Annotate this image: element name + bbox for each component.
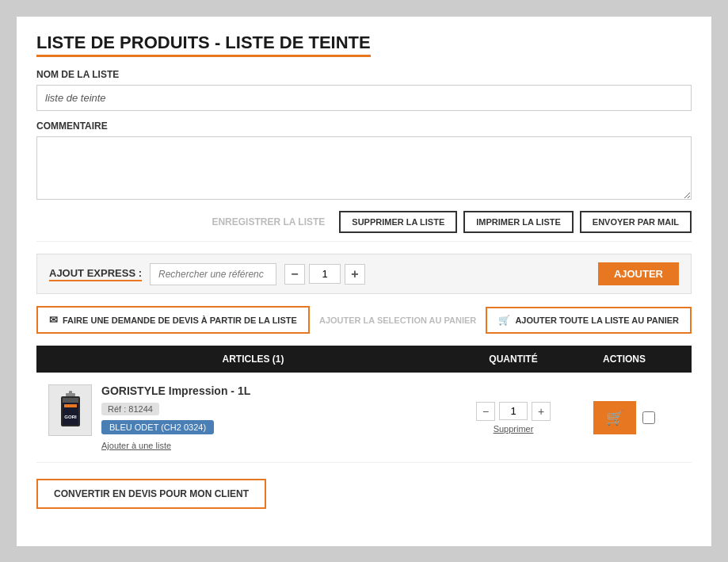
- cart-icon: 🛒: [498, 315, 510, 326]
- supprimer-liste-button[interactable]: SUPPRIMER LA LISTE: [339, 211, 457, 233]
- selection-panier-label: AJOUTER LA SELECTION AU PANIER: [319, 315, 476, 325]
- product-image: GORI: [48, 384, 92, 436]
- ref-search-input[interactable]: [150, 263, 276, 285]
- svg-rect-6: [69, 391, 72, 394]
- middle-actions-row: ✉ FAIRE UNE DEMANDE DE DEVIS À PARTIR DE…: [36, 306, 692, 334]
- page-title: LISTE DE PRODUITS - LISTE DE TEINTE: [36, 32, 371, 57]
- col-articles-header: ARTICLES (1): [48, 354, 458, 365]
- devis-button[interactable]: ✉ FAIRE UNE DEMANDE DE DEVIS À PARTIR DE…: [36, 306, 310, 334]
- qty-minus-button[interactable]: −: [284, 264, 305, 285]
- action-row: ENREGISTRER LA LISTE SUPPRIMER LA LISTE …: [36, 211, 692, 242]
- qty-control: − +: [284, 264, 365, 285]
- product-qty-input[interactable]: [499, 402, 528, 420]
- qty-plus-button[interactable]: +: [345, 264, 365, 285]
- imprimer-liste-button[interactable]: IMPRIMER LA LISTE: [463, 211, 574, 233]
- bottom-row: CONVERTIR EN DEVIS POUR MON CLIENT: [36, 479, 692, 509]
- product-qty-plus[interactable]: +: [532, 402, 551, 421]
- supprimer-link[interactable]: Supprimer: [494, 424, 534, 434]
- product-qty-col: − + Supprimer: [458, 402, 569, 434]
- col-actions-header: ACTIONS: [569, 354, 680, 365]
- add-to-list-link[interactable]: Ajouter à une liste: [101, 441, 458, 450]
- comment-textarea[interactable]: [36, 136, 692, 200]
- comment-label: COMMENTAIRE: [36, 120, 692, 132]
- convertir-devis-button[interactable]: CONVERTIR EN DEVIS POUR MON CLIENT: [36, 479, 266, 509]
- product-qty-row: − +: [476, 402, 551, 421]
- envoyer-mail-button[interactable]: ENVOYER PAR MAIL: [580, 211, 692, 233]
- product-checkbox[interactable]: [642, 411, 655, 424]
- product-name: GORISTYLE Impression - 1L: [101, 384, 458, 397]
- product-actions-col: 🛒: [569, 401, 680, 434]
- table-row: GORI GORISTYLE Impression - 1L Réf : 812…: [36, 373, 692, 463]
- product-details: GORISTYLE Impression - 1L Réf : 81244 BL…: [101, 384, 458, 450]
- list-name-label: NOM DE LA LISTE: [36, 69, 692, 80]
- color-badge: BLEU ODET (CH2 0324): [101, 420, 214, 434]
- ajout-express-row: AJOUT EXPRESS : − + AJOUTER: [36, 254, 692, 294]
- svg-rect-1: [63, 398, 78, 403]
- cart-icon-white: 🛒: [606, 409, 623, 426]
- add-all-button[interactable]: 🛒 AJOUTER TOUTE LA LISTE AU PANIER: [486, 307, 692, 334]
- ajouter-button[interactable]: AJOUTER: [598, 262, 679, 285]
- ref-badge: Réf : 81244: [101, 403, 159, 415]
- product-info: GORI GORISTYLE Impression - 1L Réf : 812…: [48, 384, 458, 450]
- table-header: ARTICLES (1) QUANTITÉ ACTIONS: [36, 346, 692, 373]
- ajout-express-label: AJOUT EXPRESS :: [49, 267, 142, 281]
- main-container: LISTE DE PRODUITS - LISTE DE TEINTE NOM …: [16, 16, 712, 547]
- svg-text:GORI: GORI: [64, 415, 77, 419]
- qty-input[interactable]: [309, 264, 341, 284]
- add-all-label: AJOUTER TOUTE LA LISTE AU PANIER: [515, 315, 679, 325]
- save-label: ENREGISTRER LA LISTE: [212, 216, 325, 227]
- list-name-input[interactable]: [36, 85, 692, 111]
- svg-rect-3: [64, 404, 77, 407]
- add-to-cart-button[interactable]: 🛒: [593, 401, 636, 434]
- envelope-icon: ✉: [49, 314, 58, 326]
- product-qty-minus[interactable]: −: [476, 402, 495, 421]
- devis-button-label: FAIRE UNE DEMANDE DE DEVIS À PARTIR DE L…: [63, 315, 297, 325]
- col-qty-header: QUANTITÉ: [458, 354, 569, 365]
